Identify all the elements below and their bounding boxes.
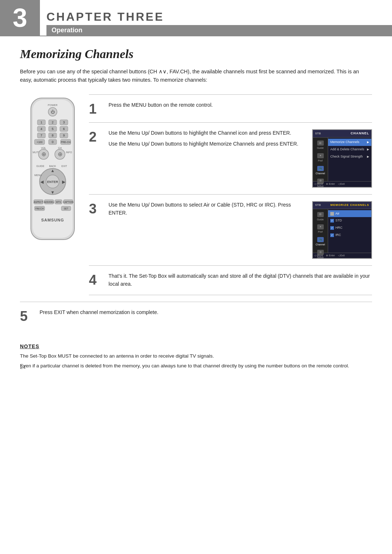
step-3-with-screen: Use the Menu Up/ Down buttons to select …	[109, 201, 372, 259]
chapter-title: CHAPTER THREE	[46, 10, 392, 25]
svg-text:▲: ▲	[50, 168, 55, 173]
stb-label-1: STB	[315, 131, 321, 136]
svg-text:1: 1	[40, 121, 42, 124]
step-2: 2 Use the Menu Up/ Down buttons to highl…	[89, 122, 372, 194]
step-3-text: Use the Menu Up/ Down buttons to select …	[109, 201, 307, 217]
stb-label-2: STB	[315, 203, 321, 207]
menu-std: ✓ STD	[328, 217, 371, 224]
sidebar-preference: ✦ Pref	[313, 152, 328, 164]
step-1-text: Press the MENU button on the remote cont…	[109, 101, 372, 109]
svg-text:9: 9	[63, 134, 65, 137]
svg-text:7: 7	[40, 134, 42, 137]
svg-text:POWER: POWER	[48, 104, 57, 106]
svg-text:SET: SET	[64, 207, 69, 210]
tv-main-menu-2: Air ✓ STD ✓ HRC	[328, 209, 371, 253]
guide-icon: ▤	[317, 140, 324, 146]
channel-icon-2: 📺	[317, 237, 324, 242]
screen2-title: Memorize Channels	[330, 203, 369, 207]
hrc-check: ✓	[330, 226, 334, 230]
step-3-content: Use the Menu Up/ Down buttons to select …	[109, 201, 372, 259]
chapter-number: 3	[0, 0, 40, 36]
svg-text:6: 6	[63, 127, 65, 131]
page-number: 24	[20, 364, 26, 370]
svg-text:ADD/DEL: ADD/DEL	[44, 201, 54, 203]
svg-text:0: 0	[52, 140, 53, 144]
tv-header-1: STB CHANNEL	[313, 130, 371, 138]
section-title: Memorizing Channels	[20, 47, 372, 61]
note-1: The Set-Top Box MUST be connected to an …	[20, 352, 372, 360]
svg-text:4: 4	[40, 127, 42, 131]
main-content: Memorizing Channels Before you can use a…	[0, 36, 392, 381]
remote-svg: POWER ⏻ 1 2 3 4 5	[24, 94, 82, 247]
svg-text:VOL: VOL	[41, 147, 46, 149]
svg-text:◀: ◀	[40, 179, 44, 184]
note-2: Even if a particular channel is deleted …	[20, 362, 372, 370]
svg-text:5: 5	[52, 127, 53, 131]
step-3: 3 Use the Menu Up/ Down buttons to selec…	[89, 194, 372, 265]
std-check: ✓	[330, 219, 334, 223]
step-2-content: Use the Menu Up/ Down buttons to highlig…	[109, 129, 372, 188]
irc-check: ✓	[330, 233, 334, 237]
step-2-number: 2	[89, 129, 103, 144]
notes-section: NOTES The Set-Top Box MUST be connected …	[20, 341, 372, 370]
channel-screen: STB CHANNEL ▤ Guide	[312, 129, 372, 188]
svg-text:ASPECT: ASPECT	[34, 201, 43, 203]
svg-text:MENU: MENU	[34, 174, 42, 176]
chapter-title-block: CHAPTER THREE Operation	[40, 0, 392, 36]
tv-body-1: ▤ Guide ✦ Pref 📺 Channe	[313, 138, 371, 181]
sidebar-guide: ▤ Guide	[313, 139, 328, 152]
chapter-subtitle: Operation	[46, 25, 392, 36]
tv-header-2: STB Memorize Channels	[313, 202, 371, 209]
svg-text:8: 8	[52, 134, 53, 137]
menu-hrc: ✓ HRC	[328, 224, 371, 232]
svg-text:BACK: BACK	[49, 165, 56, 167]
menu-air: Air	[328, 210, 371, 217]
sidebar-preference-2: ✦ Pref	[313, 223, 328, 236]
step-1-number: 1	[89, 101, 103, 116]
sidebar-channel-2: 📺 Channel	[313, 236, 328, 248]
svg-text:INFO: INFO	[66, 151, 72, 154]
svg-text:CH: CH	[58, 147, 62, 149]
screen1-title: CHANNEL	[351, 131, 369, 136]
svg-text:▶: ▶	[62, 179, 66, 184]
remote-image: POWER ⏻ 1 2 3 4 5	[20, 94, 85, 247]
svg-text:PRE-CH: PRE-CH	[61, 141, 71, 143]
step-1: 1 Press the MENU button on the remote co…	[89, 94, 372, 122]
guide-icon-2: ▤	[317, 212, 324, 217]
pref-icon: ✦	[317, 153, 324, 158]
tv-main-menu-1: Memorize Channels▶ Add & Delete Channels…	[328, 138, 371, 181]
tv-body-2: ▤ Guide ✦ Pref 📺 Channe	[313, 209, 371, 253]
channel-icon: 📺	[317, 166, 324, 171]
svg-text:3: 3	[63, 121, 65, 124]
remote-column: POWER ⏻ 1 2 3 4 5	[20, 94, 89, 295]
air-check	[330, 212, 334, 216]
step-4: 4 That's it. The Set-Top Box will automa…	[89, 265, 372, 295]
tv-sidebar-1: ▤ Guide ✦ Pref 📺 Channe	[313, 138, 328, 181]
steps-list: 1 Press the MENU button on the remote co…	[89, 94, 372, 295]
menu-add-delete: Add & Delete Channels▶	[328, 146, 371, 153]
pref-icon-2: ✦	[317, 224, 324, 229]
svg-text:FAV.CH: FAV.CH	[36, 207, 44, 210]
chapter-header: 3 CHAPTER THREE Operation	[0, 0, 392, 36]
menu-memorize-channels: Memorize Channels▶	[328, 139, 371, 146]
steps-container: POWER ⏻ 1 2 3 4 5	[20, 94, 372, 295]
sidebar-channel: 📺 Channel	[313, 164, 328, 177]
svg-text:ENTER: ENTER	[47, 180, 58, 184]
step-2-text: Use the Menu Up/ Down buttons to highlig…	[109, 129, 307, 148]
step-4-text: That's it. The Set-Top Box will automati…	[109, 272, 372, 288]
sidebar-guide-2: ▤ Guide	[313, 211, 328, 223]
notes-title: NOTES	[20, 343, 372, 349]
step-5-number: 5	[20, 309, 34, 323]
svg-text:CAPTION: CAPTION	[63, 201, 74, 203]
step-2-with-screen: Use the Menu Up/ Down buttons to highlig…	[109, 129, 372, 188]
svg-text:SAMSUNG: SAMSUNG	[41, 218, 64, 222]
memorize-screen: STB Memorize Channels ▤ Guide	[312, 201, 372, 259]
svg-text:+100: +100	[37, 141, 42, 143]
tv-footer-2: ◇ Move⊕ Enter◁ Exit	[313, 253, 371, 258]
step-5-text: Press EXIT when channel memorization is …	[40, 309, 372, 317]
svg-text:GUIDE: GUIDE	[36, 165, 45, 167]
svg-text:⊕: ⊕	[58, 151, 62, 157]
svg-text:MTS: MTS	[56, 201, 61, 203]
svg-text:EXIT: EXIT	[61, 165, 67, 167]
menu-irc: ✓ IRC	[328, 232, 371, 239]
